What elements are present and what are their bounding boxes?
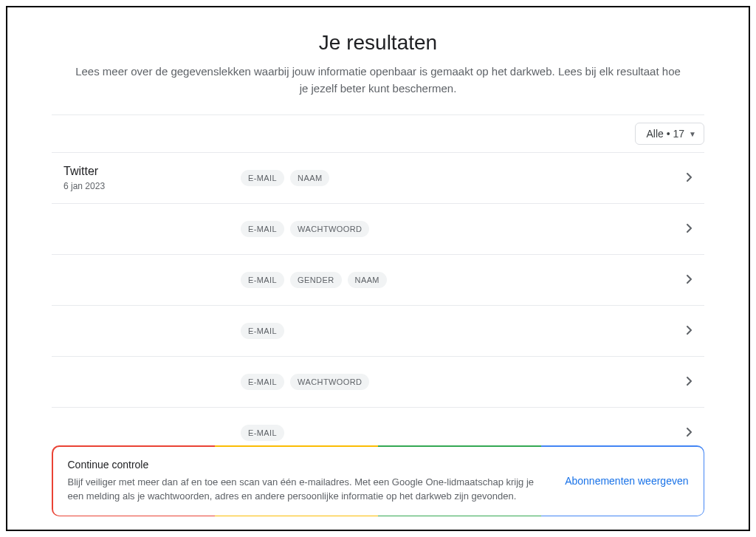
result-row[interactable]: E-MAILGENDERNAAM bbox=[52, 255, 704, 306]
promo-title: Continue controle bbox=[68, 459, 548, 471]
tag: E-MAIL bbox=[241, 272, 284, 288]
tag-list: E-MAILNAAM bbox=[241, 170, 681, 186]
filter-row: Alle • 17 ▼ bbox=[52, 114, 704, 152]
caret-down-icon: ▼ bbox=[689, 130, 696, 138]
promo-cta-link[interactable]: Abonnementen weergeven bbox=[565, 475, 688, 487]
filter-label: Alle • 17 bbox=[646, 128, 684, 140]
tag: E-MAIL bbox=[241, 374, 284, 390]
page-subtitle: Lees meer over de gegevenslekken waarbij… bbox=[75, 64, 681, 97]
result-name: Twitter bbox=[63, 165, 241, 178]
filter-button[interactable]: Alle • 17 ▼ bbox=[635, 123, 704, 145]
result-row[interactable]: E-MAILWACHTWOORD bbox=[52, 357, 704, 408]
tag-list: E-MAILGENDERNAAM bbox=[241, 272, 681, 288]
tag: WACHTWOORD bbox=[290, 221, 369, 237]
tag: NAAM bbox=[348, 272, 387, 288]
chevron-right-icon bbox=[681, 325, 698, 337]
result-row[interactable]: E-MAIL bbox=[52, 306, 704, 357]
result-date: 6 jan 2023 bbox=[63, 181, 241, 191]
chevron-right-icon bbox=[681, 274, 698, 286]
tag-list: E-MAILWACHTWOORD bbox=[241, 221, 681, 237]
tag-list: E-MAILWACHTWOORD bbox=[241, 374, 681, 390]
result-left bbox=[63, 369, 241, 395]
chevron-right-icon bbox=[681, 427, 698, 439]
tag: E-MAIL bbox=[241, 323, 284, 339]
chevron-right-icon bbox=[681, 376, 698, 388]
promo-desc: Blijf veiliger met meer dan af en toe ee… bbox=[68, 475, 548, 504]
chevron-right-icon bbox=[681, 223, 698, 235]
page-title: Je resultaten bbox=[52, 31, 704, 55]
tag: NAAM bbox=[290, 170, 329, 186]
result-left bbox=[63, 420, 241, 446]
tag: WACHTWOORD bbox=[290, 374, 369, 390]
tag: E-MAIL bbox=[241, 425, 284, 441]
tag: GENDER bbox=[290, 272, 341, 288]
result-row[interactable]: Twitter6 jan 2023E-MAILNAAM bbox=[52, 153, 704, 204]
promo-card: Continue controle Blijf veiliger met mee… bbox=[52, 445, 704, 516]
tag-list: E-MAIL bbox=[241, 323, 681, 339]
result-row[interactable]: E-MAILWACHTWOORD bbox=[52, 204, 704, 255]
tag: E-MAIL bbox=[241, 221, 284, 237]
tag-list: E-MAIL bbox=[241, 425, 681, 441]
result-list: Twitter6 jan 2023E-MAILNAAM E-MAILWACHTW… bbox=[52, 152, 704, 459]
chevron-right-icon bbox=[681, 172, 698, 184]
result-left bbox=[63, 318, 241, 344]
tag: E-MAIL bbox=[241, 170, 284, 186]
result-left bbox=[63, 267, 241, 293]
result-left bbox=[63, 216, 241, 242]
result-left: Twitter6 jan 2023 bbox=[63, 165, 241, 191]
